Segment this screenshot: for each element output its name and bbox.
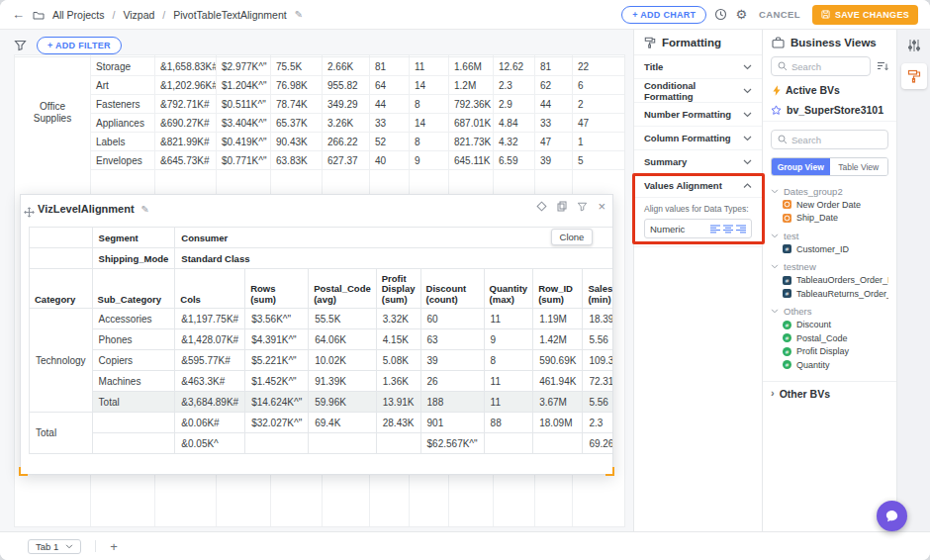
value-cell: $0.771K^" [216,155,270,166]
drill-icon[interactable] [536,201,547,212]
formatting-section-conditional-formatting[interactable]: Conditional Formatting [634,79,762,103]
bv-superstore-row[interactable]: bv_SuperStore3101 ⋮ [763,100,896,122]
cancel-button[interactable]: CANCEL [759,9,800,20]
tree-group-dates_group2[interactable]: Dates_group2 [771,184,888,198]
formatting-section-summary[interactable]: Summary [634,150,762,174]
formatting-tab-icon[interactable] [901,63,927,89]
value-cell: 2.9 [493,99,534,110]
tree-item-quantity[interactable]: #Quantity [771,358,888,372]
add-chart-button[interactable]: + ADD CHART [621,6,706,24]
pivot-value-cell: 91.39K [309,371,377,392]
move-handle-icon[interactable] [24,204,35,222]
save-icon [821,10,830,19]
value-cell: 52 [369,137,409,147]
other-bvs-row[interactable]: › Other BVs [763,381,896,400]
formatting-section-column-formatting[interactable]: Column Formatting [634,127,762,150]
tree-item-ship_date[interactable]: Ship_Date [771,212,888,226]
pivot-column-header[interactable]: Profit Display(sum) [376,269,420,309]
tree-group-test[interactable]: test [771,229,888,242]
save-changes-button[interactable]: SAVE CHANGES [812,5,918,25]
value-cell: 2 [572,99,625,110]
field-search-box[interactable] [771,130,888,149]
tab-chevron-icon[interactable] [65,544,73,549]
align-center-icon[interactable] [723,225,733,233]
subcategory-cell: Art [90,80,154,91]
chevron-down-icon [771,309,779,314]
pivot-value-cell: 28.43K [376,413,420,433]
chart-settings-icon[interactable] [907,39,921,52]
app-window: ← All Projects / Vizpad / PivotTableText… [0,0,930,560]
table-view-toggle[interactable]: Table View [830,158,888,175]
filter-funnel-icon[interactable] [14,40,27,51]
tree-item-tableauorders_order_id[interactable]: #TableauOrders_Order_ID [771,274,888,288]
chart-filter-icon[interactable] [577,202,588,212]
history-icon[interactable] [714,8,727,21]
pivot-column-header[interactable]: Rows(sum) [245,269,309,309]
tree-group-label: test [784,231,798,241]
value-cell: 2.66K [322,61,369,72]
pivot-column-header[interactable]: Row_ID(sum) [533,269,583,309]
align-right-icon[interactable] [736,225,746,233]
breadcrumb-vizpad[interactable]: Vizpad [123,9,154,21]
chevron-right-icon: › [771,388,775,399]
pivot-column-header[interactable]: Cols [175,269,245,309]
value-cell: 266.22 [322,137,369,147]
copy-icon[interactable] [557,201,567,212]
tree-item-tableaureturns_order_id[interactable]: #TableauReturns_Order_ID [771,287,888,301]
value-cell: 12.62 [493,61,534,72]
formatting-section-number-formatting[interactable]: Number Formatting [634,103,762,127]
formatting-section-title[interactable]: Title [634,55,762,79]
numeric-label: Numeric [650,224,685,234]
pivot-value-cell: &595.77K# [175,350,245,371]
align-hint-label: Align values for Data Types: [644,204,752,214]
pivot-value-cell: 3.67M [533,392,583,413]
field-search-input[interactable] [791,135,882,145]
tree-item-postal_code[interactable]: #Postal_Code [771,331,888,345]
tree-item-profit-display[interactable]: #Profit Display [771,345,888,359]
breadcrumb-all-projects[interactable]: All Projects [52,9,105,21]
pivot-value-cell: 461.94K [533,371,583,392]
pivot-column-header[interactable]: Sales(min) [583,269,612,309]
bv-search-input[interactable] [791,61,864,72]
value-cell: &821.99K# [154,137,216,147]
pivot-column-header[interactable]: Postal_Code(avg) [309,269,377,309]
bv-search-box[interactable] [771,56,871,76]
back-arrow-icon[interactable]: ← [12,7,25,22]
resize-handle-bottom-right[interactable] [605,467,614,476]
pivot-value-cell: $4.391K^" [245,329,309,350]
numeric-alignment-row[interactable]: Numeric [644,219,752,238]
star-icon[interactable] [771,105,782,116]
pivot-column-header[interactable]: Quantity(max) [484,269,533,309]
pivot-column-header[interactable]: Category [30,269,93,309]
sort-icon[interactable] [877,61,888,71]
close-icon[interactable]: × [598,200,605,213]
settings-gear-icon[interactable]: ⚙ [735,8,747,21]
resize-handle-bottom-left[interactable] [19,467,28,476]
pivot-value-cell: 55.5K [309,309,377,329]
group-view-toggle[interactable]: Group View [772,158,830,175]
pivot-value-cell [533,433,583,454]
subcategory-cell: Storage [90,61,154,72]
value-cell: 33 [534,118,572,129]
value-cell: 1.66M [448,61,493,72]
pivot-value-cell: 1.19M [533,309,583,329]
tree-group-others[interactable]: Others [771,305,888,319]
align-left-icon[interactable] [710,225,720,233]
add-tab-button[interactable]: + [110,540,118,553]
clone-button[interactable]: Clone [551,229,593,245]
add-filter-button[interactable]: + ADD FILTER [37,37,122,54]
tree-item-discount[interactable]: #Discount [771,319,888,332]
chat-bubble-button[interactable] [877,501,907,531]
pivot-column-header[interactable]: Sub_Category [92,269,175,309]
edit-chart-title-icon[interactable]: ✎ [141,204,149,215]
pivot-column-header[interactable]: Discount(count) [420,269,484,309]
tab-1-chip[interactable]: Tab 1 [28,539,81,554]
tree-item-new-order-date[interactable]: New Order Date [771,198,888,212]
section-values-alignment[interactable]: Values Alignment [634,174,762,198]
tree-group-testnew[interactable]: testnew [771,260,888,274]
edit-title-icon[interactable]: ✎ [295,9,303,20]
tree-item-customer_id[interactable]: #Customer_ID [771,242,888,256]
value-cell: 76.98K [270,80,322,91]
pivot-value-cell: $1.452K^" [245,371,309,392]
vizlevel-chart-card[interactable]: VizLevelAlignment ✎ × Clone Segme [20,194,613,475]
